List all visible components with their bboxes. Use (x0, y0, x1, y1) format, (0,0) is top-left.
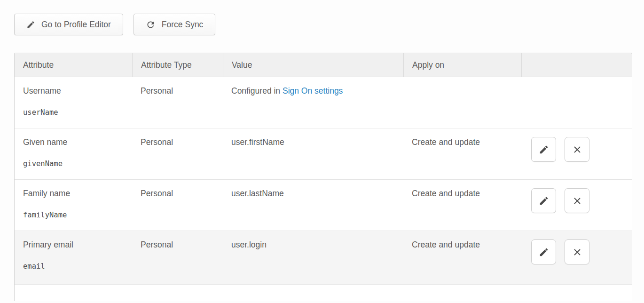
actions-cell (521, 128, 632, 179)
attribute-type-cell: Personal (132, 77, 223, 128)
edit-attribute-button[interactable] (531, 137, 556, 162)
apply-on-cell: Create and update (403, 128, 521, 179)
go-to-profile-editor-label: Go to Profile Editor (41, 20, 111, 30)
table-row: Primary email email Personal user.login … (15, 231, 632, 285)
sign-on-settings-link[interactable]: Sign On settings (283, 86, 343, 96)
column-header-attribute: Attribute (15, 53, 132, 77)
apply-on-cell (403, 77, 521, 128)
close-icon (572, 247, 582, 257)
value-cell: user.login (223, 231, 403, 284)
attribute-code: givenName (23, 159, 127, 168)
attribute-cell: Given name givenName (15, 128, 132, 179)
column-header-attribute-type: Attribute Type (132, 53, 223, 77)
actions-cell (521, 77, 632, 128)
attribute-cell: Username userName (15, 77, 132, 128)
attribute-cell: Family name familyName (15, 180, 132, 231)
value-text: Configured in (231, 86, 283, 96)
pencil-icon (539, 144, 549, 155)
apply-on-cell: Create and update (403, 231, 521, 284)
value-cell: user.lastName (223, 180, 403, 231)
table-row-partial (15, 285, 632, 301)
actions-cell (521, 231, 632, 284)
table-row: Username userName Personal Configured in… (15, 77, 632, 128)
value-cell: Configured in Sign On settings (223, 77, 403, 128)
attribute-mappings-table: Attribute Attribute Type Value Apply on … (14, 53, 632, 301)
attribute-code: userName (23, 108, 127, 117)
pencil-icon (26, 20, 35, 29)
attribute-type-cell: Personal (132, 128, 223, 179)
attribute-label: Family name (23, 189, 127, 199)
remove-attribute-button[interactable] (565, 137, 589, 162)
attribute-cell: Primary email email (15, 231, 132, 284)
edit-attribute-button[interactable] (531, 239, 556, 264)
close-icon (572, 144, 582, 155)
edit-attribute-button[interactable] (531, 188, 556, 213)
table-row: Family name familyName Personal user.las… (15, 180, 632, 231)
force-sync-button[interactable]: Force Sync (134, 14, 216, 35)
column-header-actions (521, 53, 632, 77)
attribute-label: Username (23, 86, 127, 96)
attribute-mappings-page: Go to Profile Editor Force Sync Attribut… (0, 0, 644, 301)
value-cell: user.firstName (223, 128, 403, 179)
close-icon (572, 196, 582, 206)
remove-attribute-button[interactable] (565, 239, 589, 264)
refresh-icon (146, 20, 156, 30)
attribute-code: email (23, 262, 127, 271)
go-to-profile-editor-button[interactable]: Go to Profile Editor (14, 14, 123, 35)
pencil-icon (539, 196, 549, 206)
attribute-label: Given name (23, 137, 127, 147)
pencil-icon (539, 247, 549, 257)
toolbar: Go to Profile Editor Force Sync (14, 14, 632, 35)
attribute-type-cell: Personal (132, 231, 223, 284)
force-sync-label: Force Sync (162, 20, 204, 30)
apply-on-cell: Create and update (403, 180, 521, 231)
column-header-apply-on: Apply on (403, 53, 521, 77)
table-row: Given name givenName Personal user.first… (15, 128, 632, 180)
attribute-type-cell: Personal (132, 180, 223, 231)
remove-attribute-button[interactable] (565, 188, 589, 213)
attribute-label: Primary email (23, 240, 127, 250)
table-header-row: Attribute Attribute Type Value Apply on (15, 53, 632, 77)
actions-cell (521, 180, 632, 231)
column-header-value: Value (223, 53, 403, 77)
attribute-code: familyName (23, 211, 127, 219)
